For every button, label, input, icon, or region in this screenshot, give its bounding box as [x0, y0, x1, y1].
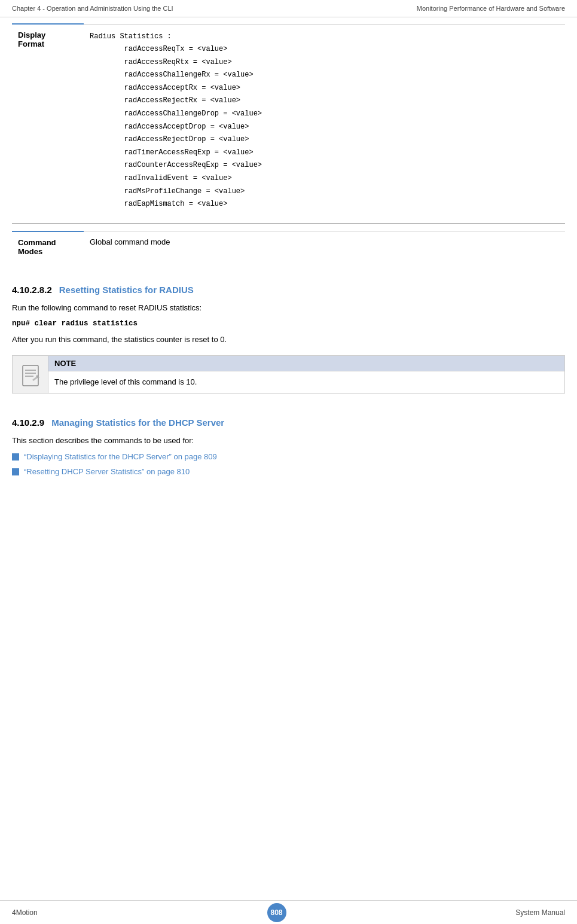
command-modes-label: CommandModes: [12, 231, 84, 261]
command-modes-value: Global command mode: [90, 237, 170, 246]
note-icon: [20, 364, 41, 387]
section-2-links: “Displaying Statistics for the DHCP Serv…: [12, 452, 565, 476]
display-format-row: DisplayFormat Radius Statistics : radAcc…: [12, 24, 565, 216]
note-content: NOTE The privilege level of this command…: [48, 356, 564, 393]
header-right: Monitoring Performance of Hardware and S…: [417, 5, 565, 12]
display-format-content: Radius Statistics : radAccessReqTx = <va…: [84, 24, 565, 216]
link-2[interactable]: “Resetting DHCP Server Statistics” on pa…: [24, 467, 190, 476]
section-1-title: Resetting Statistics for RADIUS: [59, 285, 194, 295]
note-body: The privilege level of this command is 1…: [48, 371, 564, 393]
command-modes-row: CommandModes Global command mode: [12, 231, 565, 261]
footer-left: 4Motion: [12, 908, 38, 917]
bullet-icon-1: [12, 453, 19, 461]
display-format-table: DisplayFormat Radius Statistics : radAcc…: [12, 23, 565, 216]
display-format-label: DisplayFormat: [12, 24, 84, 216]
note-header: NOTE: [48, 356, 564, 371]
note-icon-cell: [13, 356, 48, 393]
divider-1: [12, 223, 565, 224]
note-box: NOTE The privilege level of this command…: [12, 355, 565, 394]
section-1-heading: 4.10.2.8.2 Resetting Statistics for RADI…: [12, 273, 565, 297]
section-2-number: 4.10.2.9: [12, 417, 44, 428]
header-left: Chapter 4 - Operation and Administration…: [12, 5, 173, 12]
section-1-number: 4.10.2.8.2: [12, 285, 52, 295]
bullet-icon-2: [12, 468, 19, 475]
list-item-1[interactable]: “Displaying Statistics for the DHCP Serv…: [12, 452, 565, 461]
section-2-heading: 4.10.2.9 Managing Statistics for the DHC…: [12, 405, 565, 430]
section-2-title: Managing Statistics for the DHCP Server: [51, 417, 224, 428]
page-footer: 4Motion 808 System Manual: [0, 900, 577, 924]
command-modes-table: CommandModes Global command mode: [12, 231, 565, 261]
list-item-2[interactable]: “Resetting DHCP Server Statistics” on pa…: [12, 467, 565, 476]
svg-rect-0: [23, 365, 38, 386]
section-2-body: This section describes the commands to b…: [12, 435, 565, 447]
page-header: Chapter 4 - Operation and Administration…: [0, 0, 577, 17]
display-format-code: Radius Statistics : radAccessReqTx = <va…: [90, 32, 262, 209]
main-content: DisplayFormat Radius Statistics : radAcc…: [0, 17, 577, 518]
command-modes-content: Global command mode: [84, 231, 565, 261]
section-1-body1: Run the following command to reset RADIU…: [12, 302, 565, 314]
section-1-body2: After you run this command, the statisti…: [12, 334, 565, 346]
footer-right: System Manual: [515, 908, 565, 917]
section-1-command: npu# clear radius statistics: [12, 319, 565, 328]
link-1[interactable]: “Displaying Statistics for the DHCP Serv…: [24, 452, 217, 461]
page-number: 808: [267, 903, 286, 922]
